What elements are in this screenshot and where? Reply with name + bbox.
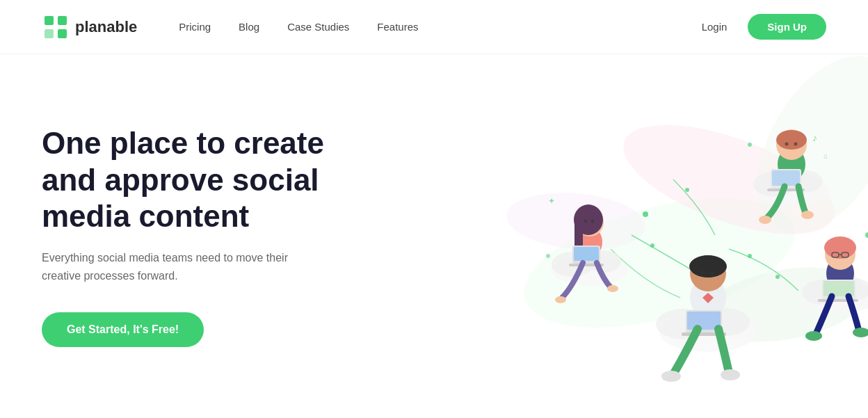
svg-point-22: [584, 220, 587, 223]
svg-point-34: [776, 130, 807, 150]
svg-point-69: [643, 211, 648, 217]
logo[interactable]: planable: [42, 13, 137, 41]
svg-point-12: [685, 188, 689, 192]
svg-point-35: [785, 143, 789, 146]
hero-illustration: ♪ ♫ ✦ ✦: [437, 54, 868, 418]
nav-links: Pricing Blog Case Studies Features: [179, 21, 701, 33]
hero-text: One place to create and approve social m…: [42, 125, 403, 348]
svg-rect-4: [58, 29, 67, 38]
svg-point-49: [710, 271, 714, 275]
svg-text:♪: ♪: [812, 132, 817, 143]
nav-right: Login Sign Up: [702, 14, 826, 40]
svg-point-72: [865, 232, 868, 238]
illustration-svg: ♪ ♫ ✦ ✦: [437, 54, 868, 418]
svg-rect-25: [574, 247, 599, 261]
svg-point-14: [775, 275, 780, 279]
svg-point-47: [689, 255, 727, 278]
svg-point-10: [650, 243, 654, 248]
logo-icon: [42, 13, 70, 41]
svg-point-60: [824, 236, 856, 259]
svg-point-70: [748, 143, 752, 147]
svg-point-40: [759, 216, 771, 224]
svg-rect-1: [45, 16, 54, 25]
svg-point-54: [721, 369, 740, 380]
nav-link-blog[interactable]: Blog: [239, 21, 259, 33]
signup-button[interactable]: Sign Up: [748, 14, 826, 40]
hero-title: One place to create and approve social m…: [42, 125, 376, 235]
svg-point-48: [700, 271, 705, 275]
svg-point-67: [805, 331, 822, 341]
nav-link-pricing[interactable]: Pricing: [179, 21, 211, 33]
svg-rect-3: [45, 29, 54, 38]
cta-button[interactable]: Get Started, It's Free!: [42, 312, 204, 347]
svg-point-28: [607, 285, 618, 292]
svg-rect-38: [772, 170, 800, 186]
svg-point-36: [794, 143, 798, 146]
navbar: planable Pricing Blog Case Studies Featu…: [0, 0, 868, 54]
svg-point-53: [661, 371, 681, 382]
svg-text:✦: ✦: [548, 196, 555, 206]
nav-link-features[interactable]: Features: [377, 21, 418, 33]
hero-section: One place to create and approve social m…: [0, 54, 868, 418]
logo-text: planable: [75, 18, 137, 36]
svg-point-41: [801, 211, 814, 219]
svg-point-13: [748, 254, 752, 258]
login-button[interactable]: Login: [702, 21, 728, 33]
svg-text:♫: ♫: [823, 152, 828, 160]
nav-link-case-studies[interactable]: Case Studies: [287, 21, 349, 33]
svg-rect-2: [58, 16, 67, 25]
svg-point-71: [546, 254, 550, 258]
hero-subtitle: Everything social media teams need to mo…: [42, 249, 320, 284]
svg-point-23: [591, 220, 594, 223]
svg-point-27: [555, 296, 566, 303]
svg-point-68: [853, 328, 868, 337]
